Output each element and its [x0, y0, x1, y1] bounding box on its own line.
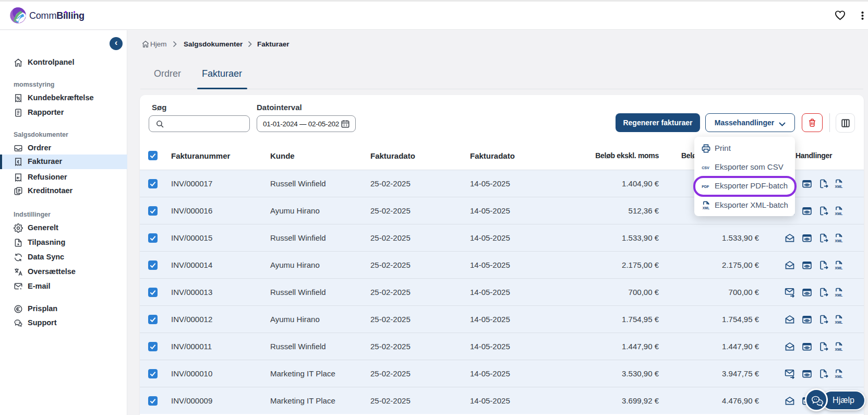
svg-text:XML: XML [835, 293, 843, 298]
svg-text:XML: XML [835, 185, 843, 189]
svg-text:XML: XML [835, 321, 843, 325]
svg-text:CSV: CSV [702, 166, 709, 170]
svg-text:XML: XML [835, 375, 843, 379]
svg-text:XML: XML [703, 206, 709, 210]
svg-text:XML: XML [835, 266, 843, 270]
svg-text:XML: XML [835, 348, 843, 352]
svg-text:XML: XML [835, 212, 843, 216]
svg-text:XML: XML [835, 239, 843, 243]
